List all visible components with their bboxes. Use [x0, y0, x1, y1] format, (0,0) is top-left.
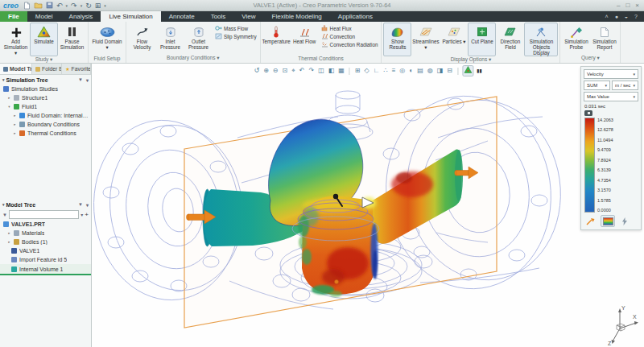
- minimize-button[interactable]: –: [617, 2, 620, 9]
- redo-button[interactable]: ↷: [71, 1, 77, 10]
- point-display-icon[interactable]: ∴: [383, 67, 389, 75]
- tree-settings-icon[interactable]: ▾: [86, 77, 89, 83]
- regenerate-button[interactable]: ↻: [85, 1, 92, 10]
- fluid-domain-button[interactable]: Fluid Domain ▾: [90, 23, 124, 56]
- particles-button[interactable]: Particles ▾: [440, 23, 468, 56]
- zoom-fit-icon[interactable]: ⊡: [282, 67, 289, 75]
- section-icon[interactable]: ◨: [436, 67, 444, 75]
- show-results-button[interactable]: Show Results: [383, 23, 411, 56]
- add-simulation-button[interactable]: Add Simulation ▾: [2, 23, 30, 56]
- model-tree-item[interactable]: VALVE1.PRT: [0, 220, 91, 229]
- simulation-tree-item[interactable]: ▸ Structure1: [0, 93, 91, 102]
- simulation-probe-button[interactable]: Simulation Probe: [562, 23, 590, 55]
- aggregation-select[interactable]: SUM: [584, 81, 610, 90]
- pan-icon[interactable]: ⌖: [291, 67, 296, 75]
- zoom-out-icon[interactable]: ⊖: [272, 67, 279, 75]
- open-file-button[interactable]: [34, 1, 43, 10]
- units-select[interactable]: m / sec: [612, 81, 638, 90]
- view-manager-icon[interactable]: ▦: [337, 67, 345, 75]
- customize-qat-caret-icon[interactable]: ▾: [104, 3, 106, 8]
- expander-icon[interactable]: ▸: [13, 122, 17, 126]
- expander-icon[interactable]: ▾: [7, 105, 11, 109]
- simulation-tree-item[interactable]: ▸ Thermal Conditions: [0, 129, 91, 138]
- tab-analysis[interactable]: Analysis: [61, 11, 101, 22]
- search-caret-icon[interactable]: ▾: [80, 212, 83, 217]
- undo-caret-icon[interactable]: ▾: [66, 3, 68, 8]
- redo-caret-icon[interactable]: ▾: [80, 3, 83, 8]
- tab-applications[interactable]: Applications: [330, 11, 381, 22]
- search-filter-icon[interactable]: ▼: [2, 213, 7, 217]
- scene-canvas[interactable]: [92, 64, 644, 347]
- expander-icon[interactable]: ▸: [7, 240, 11, 244]
- slip-symmetry-button[interactable]: Slip Symmetry: [215, 33, 257, 40]
- legend-probe-button[interactable]: [584, 215, 598, 227]
- pause-mini-button[interactable]: ▮▮: [476, 67, 483, 75]
- legend-colorbar-button[interactable]: [601, 215, 615, 227]
- temperature-button[interactable]: Temperature: [262, 23, 291, 56]
- repaint-icon[interactable]: ↺: [253, 67, 260, 75]
- monitor-point[interactable]: [335, 280, 339, 284]
- spin-center-icon[interactable]: ◎: [398, 67, 406, 75]
- next-view-icon[interactable]: ↷: [308, 67, 315, 75]
- datum-display-icon[interactable]: ⊞: [354, 67, 361, 75]
- csys-display-icon[interactable]: ≡: [391, 67, 397, 75]
- close-button[interactable]: ×: [635, 2, 639, 9]
- simulate-mini-button[interactable]: [462, 65, 473, 76]
- simulate-button[interactable]: Simulate: [30, 23, 58, 56]
- tree-filter-icon[interactable]: ▼: [78, 77, 83, 82]
- annotations-icon[interactable]: ▤: [416, 67, 424, 75]
- cut-plane-button[interactable]: Cut Plane: [468, 23, 496, 56]
- simulation-tree-item[interactable]: Simulation Studies: [0, 85, 91, 93]
- flow-velocity-button[interactable]: Flow Velocity: [128, 23, 156, 55]
- tab-live-simulation[interactable]: Live Simulation: [101, 11, 160, 22]
- model-tree-item-selected[interactable]: Internal Volume 1: [0, 264, 91, 275]
- pause-simulation-button[interactable]: Pause Simulation: [58, 23, 86, 56]
- model-tree-search-input[interactable]: [9, 210, 79, 219]
- help-icon[interactable]: ?: [634, 14, 638, 19]
- axis-display-icon[interactable]: ∟: [373, 67, 381, 75]
- simulation-display-icon[interactable]: ⊟: [446, 67, 453, 75]
- plane-display-icon[interactable]: ◇: [364, 67, 370, 75]
- inlet-pressure-button[interactable]: Inlet Pressure: [156, 23, 184, 55]
- collapse-section-icon[interactable]: ▾: [2, 77, 5, 82]
- legend-animate-button[interactable]: [617, 215, 632, 227]
- simulation-tree-item[interactable]: ▸ Boundary Conditions: [0, 120, 91, 129]
- simulation-tree-item[interactable]: ▾ Fluid1: [0, 102, 91, 111]
- simulation-tree-item[interactable]: ▸ Fluid Domain: Internal_Volume_1: [0, 111, 91, 120]
- expander-icon[interactable]: ▸: [13, 114, 17, 118]
- heat-flow-button[interactable]: Heat Flow: [291, 23, 319, 56]
- collapse-section-icon[interactable]: ▾: [2, 202, 5, 207]
- undo-button[interactable]: ↶: [56, 1, 63, 10]
- navigator-tab-folder-browser[interactable]: Folder B...: [32, 64, 62, 74]
- outlet-pressure-button[interactable]: Outlet Pressure: [184, 23, 213, 55]
- search-add-icon[interactable]: +: [85, 211, 89, 218]
- zoom-in-icon[interactable]: ⊕: [262, 67, 270, 75]
- window-switch-button[interactable]: ⊞: [95, 1, 101, 10]
- collapse-ribbon-icon[interactable]: ˄: [605, 14, 609, 19]
- model-tree-item[interactable]: ▸ Bodies (1): [0, 238, 91, 246]
- flow-direction-marker[interactable]: [361, 197, 376, 209]
- restore-button[interactable]: □: [625, 2, 630, 9]
- expander-icon[interactable]: ▸: [7, 96, 11, 100]
- tab-model[interactable]: Model: [27, 11, 61, 22]
- streamlines-button[interactable]: Streamlines ▾: [411, 23, 440, 56]
- simulation-report-button[interactable]: Simulation Report: [590, 23, 618, 55]
- group-label-query[interactable]: Query ▾: [562, 55, 618, 63]
- navigator-tab-favorites[interactable]: ★ Favorite...: [62, 64, 91, 74]
- tab-annotate[interactable]: Annotate: [161, 11, 203, 22]
- mass-flow-button[interactable]: Mass Flow: [215, 25, 257, 32]
- capture-button[interactable]: [584, 110, 592, 116]
- convection-radiation-button[interactable]: Convection Radiation: [321, 41, 378, 48]
- convection-button[interactable]: Convection: [321, 33, 378, 40]
- tab-file[interactable]: File: [0, 11, 27, 22]
- tree-filter-icon[interactable]: ▼: [78, 202, 83, 207]
- display-style-icon[interactable]: ◫: [317, 67, 325, 75]
- simulation-objects-display-button[interactable]: Simulation Objects Display: [524, 23, 558, 56]
- model-tree-item[interactable]: ▸ Materials: [0, 229, 91, 238]
- 3d-viewport[interactable]: ↺ ⊕ ⊖ ⊡ ⌖ ↶ ↷ ◫ ◧ ▦ ⊞ ◇ ∟ ∴ ≡ ◎ ◐ ▤ ◍ ◨: [92, 64, 644, 347]
- heat-flux-button[interactable]: Heat Flux: [321, 25, 378, 32]
- tree-settings-icon[interactable]: ▾: [86, 202, 89, 208]
- connect-icon[interactable]: ◒: [625, 14, 628, 19]
- tab-view[interactable]: View: [233, 11, 263, 22]
- group-label-boundary-conditions[interactable]: Boundary Conditions ▾: [128, 55, 258, 63]
